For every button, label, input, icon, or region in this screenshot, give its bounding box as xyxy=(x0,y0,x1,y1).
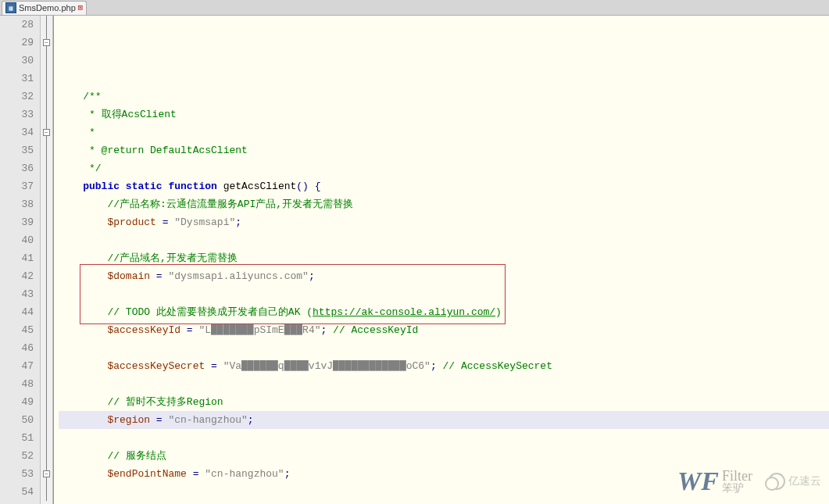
line-number: 52 xyxy=(0,447,34,465)
line-number: 40 xyxy=(0,231,34,249)
code-line[interactable]: $product = "Dysmsapi"; xyxy=(59,213,829,231)
line-number: 35 xyxy=(0,141,34,159)
code-line[interactable]: $region = "cn-hangzhou"; xyxy=(59,411,829,429)
code-line[interactable] xyxy=(59,70,829,88)
line-number: 50 xyxy=(0,411,34,429)
code-line[interactable] xyxy=(59,285,829,303)
fold-toggle-icon[interactable]: − xyxy=(43,39,50,46)
file-icon: ▦ xyxy=(5,2,16,13)
tab-filename: SmsDemo.php xyxy=(19,3,76,13)
line-number: 34 xyxy=(0,123,34,141)
line-number-gutter: 2829303132333435363738394041424344454647… xyxy=(0,16,41,504)
code-line[interactable]: //产品域名,开发者无需替换 xyxy=(59,249,829,267)
code-line[interactable]: // TODO 此处需要替换成开发者自己的AK (https://ak-cons… xyxy=(59,303,829,321)
fold-gutter: −−− xyxy=(41,16,53,504)
code-line[interactable]: * 取得AcsClient xyxy=(59,105,829,123)
close-icon[interactable]: ⊠ xyxy=(78,3,83,13)
line-number: 49 xyxy=(0,393,34,411)
line-number: 45 xyxy=(0,321,34,339)
code-line[interactable]: */ xyxy=(59,159,829,177)
code-line[interactable]: * @return DefaultAcsClient xyxy=(59,141,829,159)
code-line[interactable]: public static function getAcsClient() { xyxy=(59,177,829,195)
file-tab[interactable]: ▦ SmsDemo.php ⊠ xyxy=(2,1,87,15)
code-area[interactable]: /** * 取得AcsClient * * @return DefaultAcs… xyxy=(53,16,829,504)
line-number: 43 xyxy=(0,285,34,303)
line-number: 38 xyxy=(0,195,34,213)
line-number: 48 xyxy=(0,375,34,393)
line-number: 33 xyxy=(0,105,34,123)
code-line[interactable]: $accessKeySecret = "Va██████q████v1vJ███… xyxy=(59,357,829,375)
editor: 2829303132333435363738394041424344454647… xyxy=(0,16,829,504)
code-line[interactable] xyxy=(59,339,829,357)
line-number: 46 xyxy=(0,339,34,357)
fold-toggle-icon[interactable]: − xyxy=(43,129,50,136)
code-line[interactable]: //产品名称:云通信流量服务API产品,开发者无需替换 xyxy=(59,195,829,213)
code-line[interactable]: * xyxy=(59,123,829,141)
fold-toggle-icon[interactable]: − xyxy=(43,470,50,477)
line-number: 42 xyxy=(0,267,34,285)
code-line[interactable] xyxy=(59,231,829,249)
line-number: 28 xyxy=(0,16,34,34)
code-line[interactable] xyxy=(59,483,829,501)
code-line[interactable]: // 暂时不支持多Region xyxy=(59,393,829,411)
code-line[interactable] xyxy=(59,375,829,393)
line-number: 39 xyxy=(0,213,34,231)
line-number: 47 xyxy=(0,357,34,375)
code-line[interactable] xyxy=(59,429,829,447)
line-number: 30 xyxy=(0,52,34,70)
code-line[interactable]: /** xyxy=(59,88,829,105)
line-number: 41 xyxy=(0,249,34,267)
line-number: 36 xyxy=(0,159,34,177)
code-line[interactable]: $accessKeyId = "L███████pSImE███R4"; // … xyxy=(59,321,829,339)
code-line[interactable]: $domain = "dysmsapi.aliyuncs.com"; xyxy=(59,267,829,285)
line-number: 54 xyxy=(0,483,34,501)
code-line[interactable]: // 服务结点 xyxy=(59,447,829,465)
line-number: 32 xyxy=(0,88,34,105)
tab-bar: ▦ SmsDemo.php ⊠ xyxy=(0,0,829,16)
line-number: 51 xyxy=(0,429,34,447)
code-line[interactable]: $endPointName = "cn-hangzhou"; xyxy=(59,465,829,483)
line-number: 31 xyxy=(0,70,34,88)
line-number: 37 xyxy=(0,177,34,195)
line-number: 44 xyxy=(0,303,34,321)
code-line[interactable] xyxy=(59,501,829,504)
line-number: 29 xyxy=(0,34,34,52)
line-number: 53 xyxy=(0,465,34,483)
